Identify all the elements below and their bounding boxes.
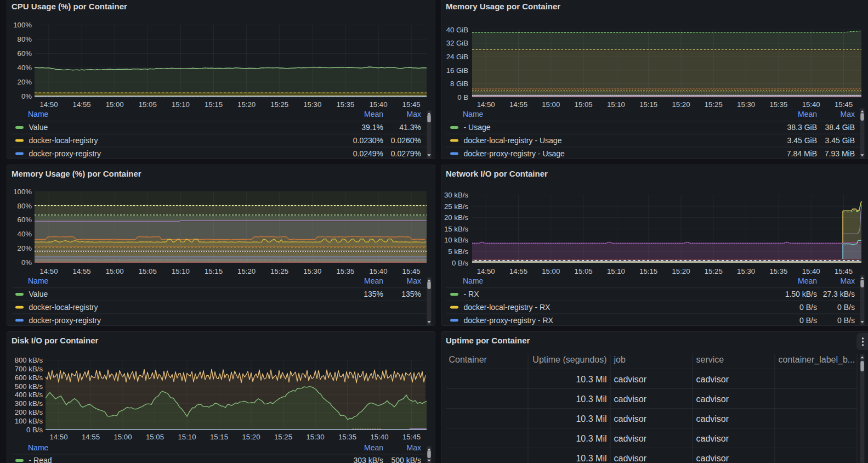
svg-text:15:40: 15:40 (369, 100, 387, 109)
svg-text:Mean: Mean (798, 110, 817, 118)
svg-text:400 kB/s: 400 kB/s (15, 391, 43, 399)
svg-text:60%: 60% (18, 49, 32, 58)
svg-text:0 B/s: 0 B/s (26, 426, 43, 434)
svg-text:15:45: 15:45 (402, 267, 421, 275)
svg-text:15:45: 15:45 (835, 100, 853, 109)
svg-text:docker-local-registry - Usage: docker-local-registry - Usage (464, 136, 562, 145)
svg-text:14:55: 14:55 (509, 267, 527, 275)
svg-text:15:05: 15:05 (146, 433, 164, 441)
svg-text:Disk I/O por Container: Disk I/O por Container (12, 336, 99, 345)
svg-text:container_label_b...: container_label_b... (779, 355, 855, 365)
svg-text:15:35: 15:35 (338, 433, 356, 441)
svg-text:500 kB/s: 500 kB/s (15, 382, 43, 391)
svg-text:38.4 GiB: 38.4 GiB (825, 123, 855, 132)
svg-text:15:35: 15:35 (336, 267, 354, 275)
svg-text:7.84 MiB: 7.84 MiB (787, 149, 817, 158)
svg-text:10.3 Mil: 10.3 Mil (576, 375, 606, 384)
svg-text:15:25: 15:25 (705, 267, 723, 275)
svg-text:10.3 Mil: 10.3 Mil (576, 414, 606, 424)
svg-text:Value: Value (29, 123, 48, 132)
svg-text:Mean: Mean (364, 443, 383, 452)
svg-text:15:30: 15:30 (737, 100, 755, 109)
svg-text:- Read: - Read (29, 456, 52, 463)
svg-text:15:00: 15:00 (542, 267, 560, 275)
svg-text:docker-local-registry: docker-local-registry (29, 136, 98, 145)
svg-text:100%: 100% (13, 188, 32, 196)
svg-text:10.3 Mil: 10.3 Mil (576, 394, 606, 404)
svg-text:Mean: Mean (798, 276, 817, 285)
svg-text:80%: 80% (18, 35, 32, 43)
svg-text:Mean: Mean (364, 276, 383, 285)
svg-text:Value: Value (29, 290, 48, 298)
svg-text:15:15: 15:15 (205, 267, 223, 275)
svg-text:Uptime (segundos): Uptime (segundos) (532, 355, 606, 364)
svg-text:15:05: 15:05 (139, 267, 157, 275)
svg-text:80%: 80% (18, 202, 32, 210)
svg-text:0 B: 0 B (457, 93, 468, 101)
svg-text:cadvisor: cadvisor (614, 414, 647, 424)
svg-text:15:00: 15:00 (114, 433, 132, 441)
svg-text:200 kB/s: 200 kB/s (15, 408, 43, 416)
svg-text:14:50: 14:50 (49, 433, 67, 441)
svg-text:cadvisor: cadvisor (696, 434, 729, 443)
svg-text:cadvisor: cadvisor (614, 394, 647, 404)
svg-text:135%: 135% (401, 290, 421, 298)
svg-text:135%: 135% (364, 290, 383, 298)
svg-text:7.93 MiB: 7.93 MiB (825, 149, 855, 158)
svg-text:15:25: 15:25 (270, 267, 288, 275)
svg-text:15:10: 15:10 (607, 100, 625, 109)
svg-text:0 B/s: 0 B/s (837, 316, 855, 325)
svg-text:39.1%: 39.1% (361, 123, 383, 132)
svg-text:cadvisor: cadvisor (696, 394, 729, 404)
svg-text:job: job (614, 355, 626, 364)
svg-text:Network I/O por Container: Network I/O por Container (446, 169, 548, 178)
svg-text:0 B/s: 0 B/s (837, 303, 855, 312)
svg-text:docker-local-registry - RX: docker-local-registry - RX (464, 303, 551, 312)
svg-text:0 B/s: 0 B/s (799, 316, 817, 325)
svg-text:15:35: 15:35 (769, 267, 787, 275)
svg-text:CPU Usage (%) por Container: CPU Usage (%) por Container (12, 2, 127, 11)
svg-text:docker-local-registry: docker-local-registry (29, 303, 98, 312)
svg-text:15:20: 15:20 (237, 100, 256, 109)
svg-text:40%: 40% (18, 64, 32, 72)
svg-text:15:45: 15:45 (835, 267, 853, 275)
svg-text:Name: Name (28, 276, 49, 285)
svg-text:15:10: 15:10 (178, 433, 196, 441)
svg-text:Max: Max (841, 276, 855, 285)
svg-text:20%: 20% (18, 244, 32, 252)
svg-text:15:25: 15:25 (270, 100, 288, 109)
svg-text:15:30: 15:30 (306, 433, 324, 441)
svg-text:Mean: Mean (364, 110, 383, 118)
svg-text:8 GiB: 8 GiB (450, 80, 468, 88)
svg-text:14:55: 14:55 (509, 100, 527, 109)
svg-text:cadvisor: cadvisor (614, 454, 647, 463)
svg-text:14:50: 14:50 (477, 267, 495, 275)
svg-text:15:00: 15:00 (106, 267, 124, 275)
svg-text:15:45: 15:45 (402, 433, 421, 441)
svg-text:15:20: 15:20 (672, 267, 690, 275)
svg-text:15:35: 15:35 (769, 100, 787, 109)
svg-text:docker-proxy-registry - RX: docker-proxy-registry - RX (464, 316, 554, 325)
svg-text:Memory Usage (%) por Container: Memory Usage (%) por Container (12, 169, 141, 178)
svg-text:0%: 0% (21, 92, 32, 100)
svg-text:docker-proxy-registry: docker-proxy-registry (29, 149, 101, 158)
svg-text:Max: Max (407, 276, 421, 285)
svg-text:Max: Max (407, 110, 421, 118)
svg-text:15:30: 15:30 (303, 100, 321, 109)
svg-text:32 GiB: 32 GiB (446, 39, 469, 47)
svg-text:cadvisor: cadvisor (696, 414, 729, 424)
svg-text:cadvisor: cadvisor (696, 454, 729, 463)
svg-text:Uptime por Container: Uptime por Container (446, 336, 530, 345)
svg-text:14:50: 14:50 (477, 100, 495, 109)
svg-text:15:20: 15:20 (237, 267, 256, 275)
svg-text:15:30: 15:30 (303, 267, 321, 275)
svg-text:15:25: 15:25 (705, 100, 723, 109)
svg-text:14:50: 14:50 (39, 100, 58, 109)
svg-text:41.3%: 41.3% (399, 123, 421, 132)
svg-text:14:55: 14:55 (82, 433, 100, 441)
svg-text:15:05: 15:05 (575, 100, 593, 109)
svg-text:- RX: - RX (464, 290, 480, 298)
svg-text:100%: 100% (13, 21, 32, 29)
svg-text:15:40: 15:40 (802, 100, 820, 109)
svg-text:15:25: 15:25 (274, 433, 292, 441)
